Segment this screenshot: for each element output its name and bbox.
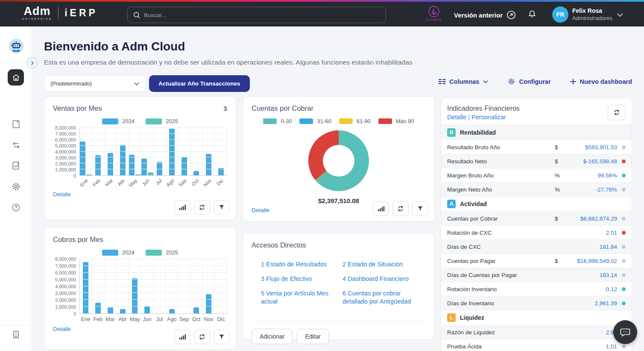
user-avatar[interactable]: FR — [552, 6, 568, 23]
sidebar-item-transactions[interactable] — [0, 140, 32, 150]
cobros-detail-link[interactable]: Detalle — [53, 326, 71, 332]
filter-icon[interactable] — [214, 200, 230, 215]
indicators-detail-link[interactable]: Detalle — [447, 114, 466, 121]
indicator-label: Cuentas por Pagar — [447, 258, 555, 264]
logo-divider — [58, 6, 59, 19]
plot-area — [79, 259, 227, 314]
legend-item-2025[interactable]: 2025 — [146, 118, 178, 124]
status-dot-gray — [622, 217, 626, 221]
filter-icon[interactable] — [214, 330, 230, 344]
category-Jun — [141, 128, 154, 175]
sidebar-item-assistant[interactable] — [0, 38, 32, 54]
legend-label: 2025 — [166, 118, 178, 124]
user-info[interactable]: Felix Rosa Administradores — [572, 7, 612, 22]
gridline — [80, 169, 227, 169]
refresh-icon[interactable] — [194, 200, 210, 215]
sidebar-item-help[interactable] — [0, 203, 32, 212]
legend-label: 31-60 — [317, 118, 331, 124]
status-dot-gray — [622, 259, 626, 263]
indicator-label: Días de CXC — [447, 244, 555, 250]
bar — [108, 307, 113, 313]
sidebar-item-reports[interactable] — [0, 161, 32, 171]
sidebar-item-company[interactable] — [0, 330, 32, 339]
refresh-icon[interactable] — [392, 201, 409, 216]
filter-icon[interactable] — [412, 201, 428, 216]
legend-item-31-60[interactable]: 31-60 — [299, 118, 331, 124]
panel-links: Detalle | Personalizar — [447, 114, 520, 121]
chart-legend: 20242025 — [53, 249, 227, 256]
sidebar-item-home[interactable] — [8, 69, 24, 86]
add-shortcut-button[interactable]: Adicionar — [252, 329, 293, 344]
x-tick-label: Jul — [153, 176, 166, 189]
legend-item-2024[interactable]: 2024 — [102, 118, 135, 124]
previous-version-link[interactable]: Versión anterior — [454, 3, 516, 27]
columns-button[interactable]: Columnas — [438, 78, 489, 85]
legend-item-2025[interactable]: 2025 — [146, 249, 178, 256]
chart-type-icon[interactable] — [174, 200, 190, 215]
new-dashboard-button[interactable]: Nuevo dashboard — [570, 78, 632, 85]
legend-item-0-30[interactable]: 0-30 — [263, 118, 292, 124]
chevron-down-icon — [483, 80, 489, 84]
chat-support-button[interactable] — [613, 320, 637, 344]
user-menu-chevron-down-icon[interactable] — [616, 12, 624, 18]
indicator-row: Días de Cuentas por Pagar163.14 — [441, 268, 632, 282]
status-dot-gray — [622, 345, 626, 348]
logo-ierp: iERP — [64, 7, 98, 19]
chart-legend: 20242025 — [53, 118, 227, 124]
legend-item-2024[interactable]: 2024 — [102, 249, 135, 256]
x-tick-label: Jun — [141, 176, 153, 189]
y-tick-label: 6,000,000 — [55, 137, 76, 142]
chart-type-icon[interactable] — [373, 201, 389, 216]
y-tick-label: 2,000,000 — [55, 161, 76, 166]
bar — [95, 303, 101, 313]
chart-type-icon[interactable] — [174, 330, 190, 344]
edit-shortcut-button[interactable]: Editar — [297, 329, 329, 344]
y-tick-label: 0 — [73, 311, 76, 316]
category-May — [129, 128, 141, 175]
shortcut-link-5[interactable]: 5 Venta por Artículo Mes actual — [261, 289, 337, 306]
y-tick-label: 6,000,000 — [55, 270, 76, 275]
refresh-icon[interactable] — [194, 330, 210, 344]
category-Abr — [117, 259, 129, 313]
bar — [80, 142, 85, 175]
brand-gradient-strip — [0, 0, 644, 2]
card-title: Accesos Directos — [252, 241, 306, 249]
sidebar-expand-button[interactable] — [26, 57, 38, 68]
shortcut-link-2[interactable]: 2 Estado de Situación — [342, 260, 419, 268]
configure-button[interactable]: Configurar — [507, 77, 550, 86]
cxc-detail-link[interactable]: Detalle — [252, 207, 269, 213]
shortcut-link-1[interactable]: 1 Estado de Resultados — [261, 260, 337, 268]
global-search[interactable] — [127, 7, 386, 23]
gridline — [80, 145, 227, 146]
dashboard-select[interactable]: (Predeterminado) — [44, 75, 146, 92]
app-logo[interactable]: Adm ENTERPRISE iERP — [22, 6, 98, 21]
company-logo-flower[interactable]: FLOWER — [424, 5, 444, 21]
y-tick-label: 2,000,000 — [55, 298, 76, 303]
robot-assistant-icon — [9, 38, 24, 54]
x-axis-labels: EneFebMarAbrMayJunJulAgoSepOctNovDic — [79, 314, 227, 323]
legend-label: 2025 — [166, 249, 178, 256]
indicators-personalize-link[interactable]: Personalizar — [471, 114, 506, 121]
search-input[interactable] — [144, 12, 381, 18]
chart-area: 01,000,0002,000,0003,000,0004,000,0005,0… — [53, 259, 227, 314]
indicator-value: $16,999,549.02 — [566, 258, 617, 264]
legend-item-Más 90[interactable]: Más 90 — [378, 118, 414, 124]
currency-toggle[interactable]: $ — [224, 105, 227, 112]
bar — [129, 155, 135, 175]
shortcut-link-3[interactable]: 3 Flujo de Efectivo — [261, 275, 337, 283]
legend-swatch — [378, 118, 392, 124]
shortcut-link-6[interactable]: 6 Cuentas por cobrar detallado por Antig… — [342, 289, 419, 306]
ventas-detail-link[interactable]: Detalle — [53, 191, 71, 198]
update-year-button[interactable]: Actualizar Año Transacciones — [149, 75, 250, 92]
legend-item-61-90[interactable]: 61-90 — [339, 118, 371, 124]
notifications-bell-icon[interactable] — [527, 9, 537, 19]
refresh-icon[interactable] — [608, 105, 626, 120]
status-dot-gray — [622, 273, 626, 277]
shortcut-link-4[interactable]: 4 Dashboard Financiero — [342, 275, 419, 283]
sidebar-item-settings[interactable] — [0, 182, 32, 192]
sidebar-item-journal[interactable] — [0, 119, 32, 129]
indicator-value: 0.12 — [566, 286, 617, 292]
bar — [120, 145, 126, 175]
y-axis: 01,000,0002,000,0003,000,0004,000,0005,0… — [53, 128, 79, 176]
indicator-label: Margen Neto Año — [447, 186, 555, 193]
